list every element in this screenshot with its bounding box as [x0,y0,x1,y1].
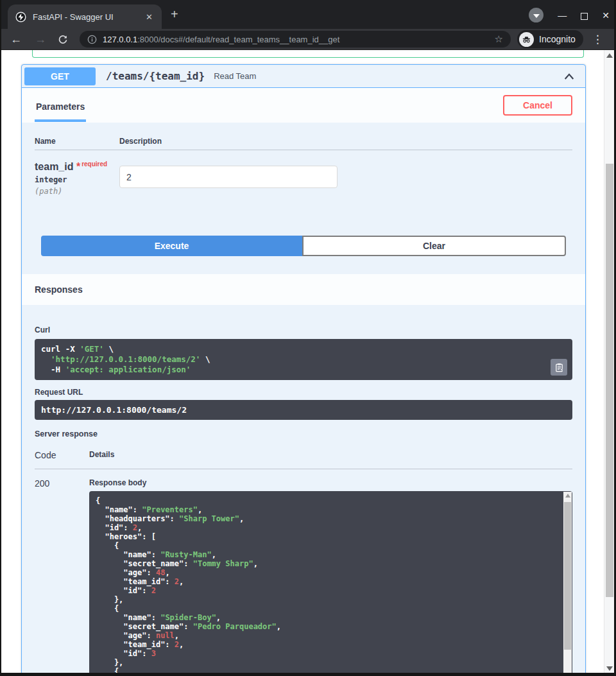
get-teams-opblock: GET /teams/{team_id} Read Team Parameter… [21,64,586,676]
details-column-header: Details [89,450,114,460]
bookmark-star-icon[interactable]: ☆ [495,33,503,45]
curl-label: Curl [35,325,572,334]
method-get-badge: GET [24,67,96,85]
collapse-chevron-icon[interactable] [562,70,576,83]
url-bar[interactable]: 127.0.0.1:8000/docs#/default/read_team_t… [80,31,511,48]
tab-close-icon[interactable]: ✕ [143,12,155,22]
browser-menu-icon[interactable]: ⋮ [592,33,603,46]
previous-endpoint-block-edge [32,50,584,58]
execute-button[interactable]: Execute [41,236,302,256]
team-id-input[interactable] [119,166,338,188]
parameter-row: team_id *required integer (path) [35,150,572,196]
response-body-json: { "name": "Preventers", "headquarters": … [89,491,572,676]
request-url-label: Request URL [35,388,572,397]
browser-toolbar: ← → 127.0.0.1:8000/docs#/default/read_te… [0,29,616,50]
url-path: :8000/docs#/default/read_team_teams__tea… [137,35,339,44]
scrollbar-thumb[interactable] [564,502,571,650]
tab-parameters[interactable]: Parameters [35,91,86,122]
copy-to-clipboard-icon[interactable] [551,359,567,376]
browser-titlebar: FastAPI - Swagger UI ✕ + — ✕ [0,0,616,29]
response-body-scrollbar[interactable] [563,492,572,676]
back-icon[interactable]: ← [10,33,22,45]
endpoint-path: /teams/{team_id} [106,70,205,82]
maximize-icon[interactable] [581,13,588,20]
fastapi-favicon-icon [15,12,26,22]
chrome-controls-icon[interactable] [529,8,543,22]
scroll-up-icon[interactable] [565,494,570,498]
request-url-value: http://127.0.0.1:8000/teams/2 [35,400,572,420]
clear-button[interactable]: Clear [302,236,566,256]
responses-body: Curl curl -X 'GET' \ 'http://127.0.0.1:8… [22,305,585,676]
opblock-header[interactable]: GET /teams/{team_id} Read Team [22,65,585,88]
response-row: 200 Response body { "name": "Preventers"… [35,469,572,676]
parameters-body: Name Description team_id *required integ… [22,123,585,236]
curl-command: curl -X 'GET' \ 'http://127.0.0.1:8000/t… [35,339,572,380]
execute-row: Execute Clear [22,236,585,274]
site-info-icon[interactable] [87,35,97,44]
forward-icon[interactable]: → [35,33,46,45]
required-star: * [76,161,80,172]
status-code: 200 [35,478,89,676]
response-body-label: Response body [89,478,572,487]
swagger-page: GET /teams/{team_id} Read Team Parameter… [1,50,603,676]
page-scroll-up-icon[interactable] [606,53,613,58]
parameter-name: team_id *required [35,160,119,173]
response-table-header: Code Details [35,450,572,469]
responses-section-header: Responses [22,274,585,305]
browser-tab[interactable]: FastAPI - Swagger UI ✕ [8,4,162,29]
responses-heading: Responses [35,284,83,295]
reload-icon[interactable] [58,34,68,44]
name-column-header: Name [35,137,119,146]
page-scrollbar[interactable] [604,50,614,676]
description-column-header: Description [119,137,162,146]
incognito-badge: Incognito [517,30,583,48]
window-frame-bottom [0,673,616,676]
url-text[interactable]: 127.0.0.1:8000/docs#/default/read_team_t… [103,35,495,44]
url-host: 127.0.0.1 [103,35,137,44]
page-scrollbar-thumb[interactable] [606,164,613,597]
parameter-location: (path) [35,187,119,196]
endpoint-summary: Read Team [214,71,562,81]
window-close-icon[interactable]: ✕ [602,9,610,22]
tab-title: FastAPI - Swagger UI [33,12,143,22]
incognito-label: Incognito [539,34,576,44]
incognito-icon [519,32,534,47]
required-label: required [81,160,107,168]
new-tab-icon[interactable]: + [171,8,178,21]
code-column-header: Code [35,450,89,460]
window-frame-left [0,0,1,676]
server-response-label: Server response [35,429,572,438]
parameters-section-header: Parameters Cancel [22,88,585,123]
cancel-button[interactable]: Cancel [503,95,572,116]
minimize-icon[interactable]: — [558,9,567,22]
parameter-type: integer [35,175,119,184]
page-scroll-down-icon[interactable] [606,666,613,671]
